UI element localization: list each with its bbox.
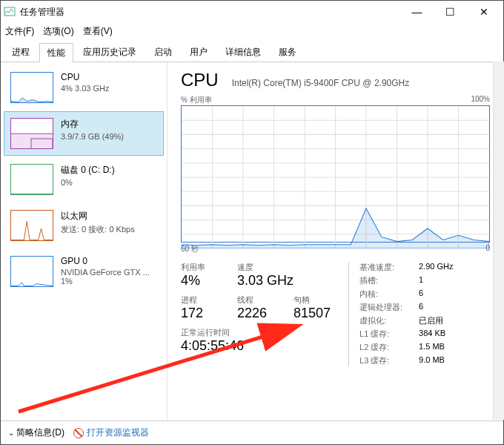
chart-label-topleft: % 利用率	[181, 95, 212, 105]
stat-label-speed: 速度	[237, 262, 294, 273]
menubar: 文件(F) 选项(O) 查看(V)	[1, 23, 503, 39]
info-val: 1.5 MB	[419, 342, 445, 353]
sidebar-item-value: 0%	[61, 178, 115, 187]
cpu-info-list: 基准速度:2.90 GHz 插槽:1 内核:6 逻辑处理器:6 虚拟化:已启用 …	[348, 262, 490, 366]
info-key: L3 缓存:	[359, 355, 419, 366]
sidebar-item-value: 发送: 0 接收: 0 Kbps	[61, 224, 135, 235]
sidebar-item-memory[interactable]: 内存 3.9/7.9 GB (49%)	[4, 111, 164, 156]
stat-value-threads: 2226	[237, 306, 279, 321]
cpu-utilization-chart[interactable]	[181, 105, 490, 243]
menu-file[interactable]: 文件(F)	[5, 25, 34, 38]
svg-rect-1	[11, 134, 53, 148]
stats-area: 利用率 4% 速度 3.03 GHz 进程 172	[181, 262, 490, 366]
tab-performance[interactable]: 性能	[39, 43, 73, 62]
task-manager-window: 任务管理器 — ☐ ✕ 文件(F) 选项(O) 查看(V) 进程 性能 应用历史…	[0, 0, 504, 445]
menu-options[interactable]: 选项(O)	[43, 25, 73, 38]
titlebar[interactable]: 任务管理器 — ☐ ✕	[1, 1, 503, 23]
stat-value-uptime: 4:05:55:46	[181, 338, 331, 354]
chart-label-topright: 100%	[471, 95, 490, 105]
window-title: 任务管理器	[20, 6, 400, 19]
stat-label-processes: 进程	[181, 294, 222, 306]
info-key: 基准速度:	[359, 262, 419, 273]
stat-label-util: 利用率	[181, 262, 222, 273]
memory-mini-chart	[10, 118, 53, 149]
page-title: CPU	[181, 70, 219, 90]
sidebar-item-cpu[interactable]: CPU 4% 3.03 GHz	[4, 65, 164, 110]
tab-services[interactable]: 服务	[271, 42, 305, 62]
ethernet-mini-chart	[10, 210, 53, 241]
chevron-down-icon: ⌄	[8, 429, 14, 437]
stat-label-handles: 句柄	[294, 294, 331, 306]
stat-label-threads: 线程	[237, 294, 279, 306]
tab-details[interactable]: 详细信息	[217, 42, 269, 62]
scrollbar[interactable]	[493, 62, 504, 420]
cpu-model: Intel(R) Core(TM) i5-9400F CPU @ 2.90GHz	[232, 78, 410, 88]
sidebar-item-label: 内存	[61, 118, 124, 131]
menu-view[interactable]: 查看(V)	[83, 25, 113, 38]
tabs: 进程 性能 应用历史记录 启动 用户 详细信息 服务	[1, 39, 503, 62]
tab-app-history[interactable]: 应用历史记录	[75, 42, 145, 62]
info-key: L2 缓存:	[359, 342, 419, 353]
info-key: 内核:	[359, 289, 419, 300]
stat-value-handles: 81507	[294, 306, 331, 321]
stat-value-speed: 3.03 GHz	[237, 273, 294, 289]
info-val: 384 KB	[419, 329, 445, 340]
statusbar: ⌄ 简略信息(D) 打开资源监视器	[1, 421, 503, 444]
fewer-details-button[interactable]: ⌄ 简略信息(D)	[8, 426, 64, 439]
sidebar-item-label: 以太网	[61, 210, 135, 222]
disk-mini-chart	[10, 164, 53, 195]
main-panel: CPU Intel(R) Core(TM) i5-9400F CPU @ 2.9…	[168, 62, 503, 421]
info-val: 6	[419, 289, 423, 300]
info-val: 9.0 MB	[419, 355, 445, 366]
stat-value-util: 4%	[181, 273, 222, 289]
sidebar-item-label: GPU 0	[61, 256, 157, 266]
resource-monitor-icon	[73, 428, 84, 438]
maximize-button[interactable]: ☐	[434, 1, 467, 22]
stat-value-processes: 172	[181, 306, 222, 321]
info-val: 6	[419, 302, 423, 313]
sidebar: CPU 4% 3.03 GHz 内存 3.9/7.9 GB (49%)	[1, 62, 168, 421]
info-val: 已启用	[419, 315, 443, 326]
info-key: 虚拟化:	[359, 315, 419, 326]
info-key: 插槽:	[359, 275, 419, 286]
sidebar-item-disk[interactable]: 磁盘 0 (C: D:) 0%	[4, 157, 164, 202]
sidebar-item-value: 4% 3.03 GHz	[61, 84, 109, 93]
sidebar-item-ethernet[interactable]: 以太网 发送: 0 接收: 0 Kbps	[4, 203, 164, 248]
app-icon	[4, 6, 16, 18]
minimize-button[interactable]: —	[400, 1, 434, 22]
window-controls: — ☐ ✕	[400, 1, 500, 22]
tab-startup[interactable]: 启动	[146, 42, 180, 62]
sidebar-item-value: NVIDIA GeForce GTX ... 1%	[61, 268, 157, 286]
sidebar-item-gpu[interactable]: GPU 0 NVIDIA GeForce GTX ... 1%	[4, 249, 164, 294]
gpu-mini-chart	[10, 256, 53, 287]
info-val: 2.90 GHz	[419, 262, 453, 273]
open-resource-monitor-link[interactable]: 打开资源监视器	[73, 426, 149, 439]
tab-processes[interactable]: 进程	[4, 42, 38, 62]
sidebar-item-value: 3.9/7.9 GB (49%)	[61, 132, 124, 141]
info-key: L1 缓存:	[359, 329, 419, 340]
cpu-mini-chart	[10, 72, 53, 103]
stat-label-uptime: 正常运行时间	[181, 327, 331, 338]
info-val: 1	[419, 275, 423, 286]
sidebar-item-label: 磁盘 0 (C: D:)	[61, 164, 115, 177]
info-key: 逻辑处理器:	[359, 302, 419, 313]
close-button[interactable]: ✕	[467, 1, 500, 22]
sidebar-item-label: CPU	[61, 72, 109, 82]
body: CPU 4% 3.03 GHz 内存 3.9/7.9 GB (49%)	[1, 62, 503, 421]
tab-users[interactable]: 用户	[182, 42, 216, 62]
